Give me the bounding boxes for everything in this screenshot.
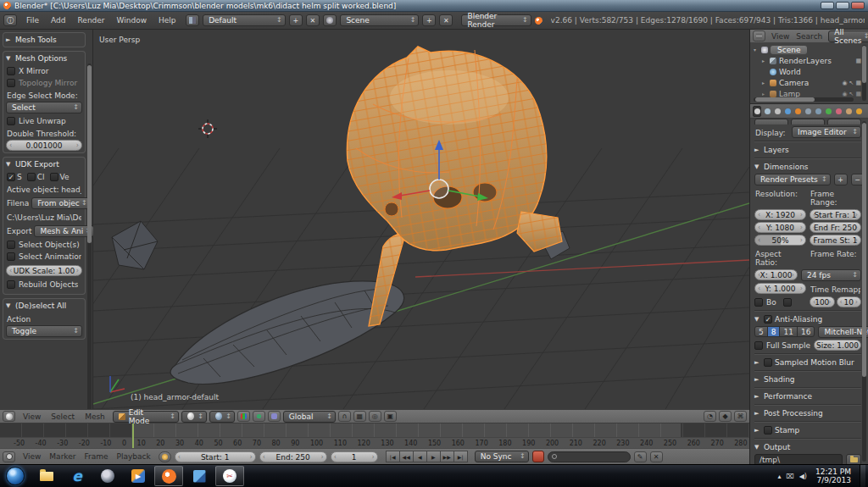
start-button[interactable]: [6, 467, 25, 485]
outliner-vscrollbar[interactable]: [862, 46, 866, 83]
output-path-field[interactable]: /tmp\: [754, 454, 843, 464]
select-animations-row[interactable]: Select Animation(s): [7, 252, 81, 261]
x-mirror-checkbox[interactable]: [7, 67, 15, 75]
snap-element-dropdown[interactable]: ▦: [353, 411, 366, 422]
resolution-x-field[interactable]: X: 1920: [754, 209, 806, 220]
taskbar-app-icon[interactable]: [93, 466, 122, 486]
panel-deselect-all-header[interactable]: ▼(De)select All: [6, 301, 82, 311]
outliner-hscrollbar[interactable]: [755, 97, 815, 102]
stamp-checkbox[interactable]: [764, 426, 772, 434]
playback-button[interactable]: |◀: [386, 451, 400, 462]
panel-layers[interactable]: ►Layers: [754, 144, 861, 155]
panel-sampled-motion-blur[interactable]: ►Sampled Motion Blur: [754, 357, 861, 368]
use-preview-range-button[interactable]: [159, 451, 171, 462]
open-folder-button[interactable]: [846, 454, 861, 464]
remap-old-field[interactable]: 100: [810, 296, 835, 307]
render-opengl-button[interactable]: ◔: [704, 411, 716, 422]
udk-cl-checkbox[interactable]: [27, 173, 36, 181]
render-opengl-anim-button[interactable]: ◆: [719, 411, 732, 422]
panel-output-header[interactable]: ▼Output: [754, 441, 861, 452]
transform-orientation-dropdown[interactable]: Global: [283, 411, 336, 423]
end-frame-field[interactable]: End Fr: 250: [810, 222, 861, 233]
screen-layout-dropdown[interactable]: Default: [203, 14, 286, 26]
panel-performance[interactable]: ►Performance: [754, 390, 861, 401]
properties-scrollbar[interactable]: [862, 123, 866, 377]
manipulator-rotate-button[interactable]: [253, 411, 265, 422]
snap-magnet-button[interactable]: ∩: [338, 411, 351, 422]
hidden-icons-arrow[interactable]: ▴: [777, 473, 781, 480]
menu-item[interactable]: View: [18, 412, 46, 421]
maximize-button[interactable]: [836, 2, 849, 9]
panel-mesh-options-header[interactable]: ▼Mesh Options: [6, 53, 82, 64]
auto-keyframe-record-button[interactable]: [532, 451, 544, 462]
renderability-camera-icon[interactable]: ▦: [855, 91, 861, 97]
tab-world[interactable]: [783, 106, 792, 117]
expand-icon[interactable]: ▸: [762, 58, 767, 64]
aa-sample-button[interactable]: 5: [754, 326, 768, 337]
menu-item[interactable]: Marker: [45, 452, 80, 461]
outliner-editor-type-button[interactable]: [753, 30, 765, 42]
timeline-editor-type-button[interactable]: [3, 451, 15, 462]
panel-anti-aliasing-header[interactable]: ▼Anti-Aliasing: [754, 313, 861, 324]
menu-item[interactable]: Render: [72, 16, 111, 25]
udk-scale-field[interactable]: UDK Scale: 1.00: [6, 265, 82, 276]
volume-icon[interactable]: ◀): [799, 473, 807, 480]
edge-select-mode-dropdown[interactable]: Select: [6, 102, 82, 113]
scene-icon[interactable]: [323, 14, 337, 26]
double-threshold-field[interactable]: 0.001000: [6, 140, 82, 151]
display-dropdown[interactable]: Image Editor: [792, 126, 861, 138]
renderlayer-icon[interactable]: ▦: [855, 58, 861, 64]
select-animations-checkbox[interactable]: [7, 252, 15, 261]
selectability-arrow-icon[interactable]: ↖: [849, 91, 854, 97]
visibility-eye-icon[interactable]: ◉: [842, 80, 847, 86]
playback-button[interactable]: ▶: [426, 451, 441, 462]
delete-keyframe-button[interactable]: ✕: [650, 451, 663, 462]
topology-mirror-checkbox[interactable]: [7, 79, 15, 87]
rebuild-objects-row[interactable]: Rebuild Objects: [7, 280, 81, 289]
action-dropdown[interactable]: Toggle: [6, 325, 82, 337]
outliner-row-renderlayers[interactable]: ▸ RenderLayers ▦: [750, 55, 868, 66]
network-icon[interactable]: ⌧: [787, 473, 794, 480]
outliner-filter-dropdown[interactable]: All Scenes: [828, 30, 868, 42]
rebuild-objects-checkbox[interactable]: [7, 280, 15, 289]
3d-viewport[interactable]: User Persp (1) head_armor-default: [93, 30, 749, 409]
toolshelf-scrollbar[interactable]: [87, 65, 92, 243]
expand-icon[interactable]: ▸: [762, 91, 767, 97]
visibility-eye-icon[interactable]: ◉: [842, 91, 847, 97]
renderability-camera-icon[interactable]: ▦: [855, 80, 861, 86]
tab-modifiers[interactable]: [814, 106, 822, 117]
aa-filter-dropdown[interactable]: Mitchell-Netr: [818, 326, 868, 338]
render-engine-dropdown[interactable]: Blender Render: [461, 14, 531, 26]
start-frame-field[interactable]: Start Fra: 1: [810, 209, 861, 220]
start-frame-field[interactable]: Start: 1: [175, 451, 256, 462]
aspect-y-field[interactable]: Y: 1.000: [754, 283, 806, 294]
add-layout-button[interactable]: +: [289, 14, 303, 26]
live-unwrap-checkbox[interactable]: [7, 117, 15, 125]
border-checkbox[interactable]: [754, 298, 763, 307]
select-objects-checkbox[interactable]: [7, 241, 15, 249]
tab-render[interactable]: [753, 106, 761, 117]
menu-item[interactable]: Add: [45, 16, 71, 25]
menu-item[interactable]: Window: [111, 16, 153, 25]
tab-material[interactable]: [834, 106, 843, 117]
taskbar-media-player-icon[interactable]: ▶: [124, 466, 153, 486]
scene-dropdown[interactable]: Scene: [340, 14, 419, 26]
filename-dropdown[interactable]: From objec: [31, 197, 90, 209]
menu-item[interactable]: Search: [793, 32, 826, 41]
resolution-percentage-field[interactable]: 50%: [754, 235, 806, 246]
menu-item[interactable]: Mesh: [80, 412, 110, 421]
tab-scene[interactable]: [773, 106, 782, 117]
proportional-edit-dropdown[interactable]: ◎: [369, 411, 381, 422]
minimize-button[interactable]: [821, 2, 834, 9]
menu-item[interactable]: Select: [46, 412, 80, 421]
pivot-point-dropdown[interactable]: [209, 411, 235, 423]
panel-dimensions-header[interactable]: ▼Dimensions: [754, 161, 861, 172]
udk-s-checkbox[interactable]: [7, 173, 15, 181]
end-frame-field[interactable]: End: 250: [259, 451, 327, 462]
menu-item[interactable]: Playback: [113, 452, 155, 461]
select-objects-row[interactable]: Select Object(s): [7, 241, 81, 249]
tab-constraints[interactable]: [804, 106, 812, 117]
orientation-extra-button[interactable]: ⌘: [734, 411, 747, 422]
frame-step-field[interactable]: Frame St: 1: [810, 235, 861, 246]
aa-sample-button[interactable]: 8: [767, 326, 781, 337]
